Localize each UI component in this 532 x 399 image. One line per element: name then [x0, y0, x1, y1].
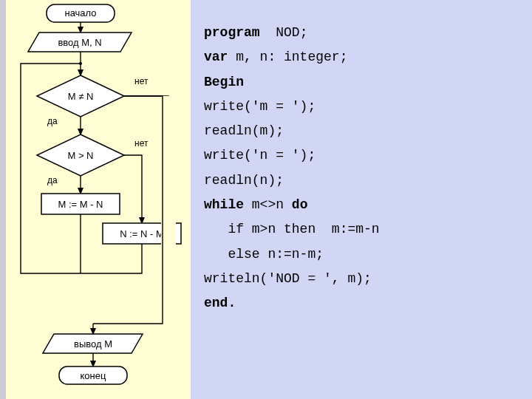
arrow	[124, 155, 142, 223]
flowchart-panel: начало ввод M, N M ≠ N нет да M > N нет …	[6, 0, 191, 399]
flow-cond2-label: M > N	[67, 150, 93, 161]
code-line-5: readln(m);	[204, 119, 519, 143]
code-text: m, n: integer;	[228, 50, 347, 64]
flow-cond1-no: нет	[134, 76, 149, 86]
flow-cond1-label: M ≠ N	[68, 91, 94, 102]
code-line-9: if m>n then m:=m-n	[204, 217, 519, 242]
flow-assign2-label: N := N - M	[120, 228, 164, 239]
code-line-10: else n:=n-m;	[204, 242, 519, 267]
code-line-11: writeln('NOD = ', m);	[204, 267, 519, 291]
kw-do: do	[292, 197, 308, 212]
code-line-1: program NOD;	[204, 21, 519, 45]
flow-assign1-label: M := M - N	[58, 199, 103, 210]
flow-cond2-no: нет	[134, 138, 149, 149]
code-line-7: readln(n);	[204, 168, 519, 193]
code-line-8: while m<>n do	[204, 193, 519, 217]
flow-end-label: конец	[81, 370, 106, 381]
code-line-3: Begin	[204, 70, 519, 95]
code-line-6: write('n = ');	[204, 143, 519, 168]
flow-input-label: ввод M, N	[58, 37, 101, 48]
code-panel: program NOD; var m, n: integer; Begin wr…	[191, 0, 532, 399]
flow-cond1-yes: да	[47, 116, 58, 126]
kw-while: while	[204, 197, 244, 212]
code-text: NOD;	[260, 25, 308, 40]
code-line-12: end.	[204, 291, 519, 316]
flowchart-svg: начало ввод M, N M ≠ N нет да M > N нет …	[6, 0, 191, 399]
left-strip	[0, 0, 6, 399]
flow-merge-line2	[81, 244, 142, 273]
code-line-4: write('m = ');	[204, 95, 519, 119]
flow-join-dot	[79, 62, 82, 65]
code-line-2: var m, n: integer;	[204, 45, 519, 69]
flow-output-label: вывод M	[74, 338, 112, 349]
flow-cond2-yes: да	[47, 175, 58, 185]
kw-program: program	[204, 25, 260, 40]
code-text: m<>n	[244, 197, 292, 212]
kw-var: var	[204, 50, 228, 64]
flow-start-label: начало	[64, 7, 96, 18]
page: начало ввод M, N M ≠ N нет да M > N нет …	[0, 0, 532, 399]
erase	[161, 96, 176, 340]
